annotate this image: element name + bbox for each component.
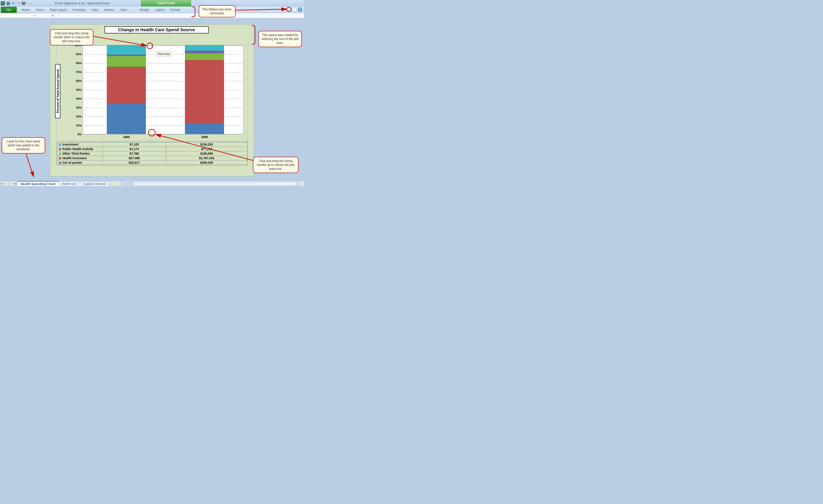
y-axis-tick: 60% [72, 79, 81, 82]
tab-design[interactable]: Design [137, 7, 152, 13]
bar-segment[interactable] [107, 104, 146, 134]
series-label: Health Insurance [62, 156, 87, 160]
bar-segment[interactable] [185, 50, 224, 53]
bar-segment[interactable] [185, 45, 224, 50]
redo-button[interactable]: ↷▾ [16, 1, 21, 6]
sheet-nav-first[interactable]: ▮◂ [0, 182, 4, 186]
table-cell: $1,174 [103, 147, 166, 151]
bar-segment[interactable] [185, 53, 224, 60]
svg-line-3 [25, 151, 34, 177]
save-icon [7, 2, 10, 5]
bar-column[interactable] [107, 45, 146, 134]
callout-top-handle: Click and drag this sizing handle down t… [50, 29, 93, 45]
resize-handle-s[interactable] [151, 140, 153, 142]
bar-segment[interactable] [107, 56, 146, 66]
y-axis-tick: 10% [72, 124, 81, 127]
y-axis-tick: 20% [72, 115, 81, 118]
sheet-tab-active[interactable]: Health Spending Chart [17, 181, 59, 186]
print-button[interactable]: ▾ [21, 1, 26, 6]
tab-view[interactable]: View [117, 7, 130, 13]
scroll-left-button[interactable]: ◂ [121, 182, 124, 186]
save-button[interactable] [6, 1, 11, 6]
y-axis-tick: 80% [72, 61, 81, 65]
bar-segment[interactable] [185, 123, 224, 134]
callout-ribbon-minimized: The Ribbon has been minimized. [199, 5, 235, 17]
table-row: Health Insurance$27,488$1,767,416 [57, 156, 248, 160]
chevron-down-icon: ▾ [25, 2, 26, 4]
callout-circle [286, 7, 292, 12]
brace-icon [191, 6, 195, 17]
plot-area[interactable]: Percent of Total Annual Spend 19692009 0… [57, 45, 248, 141]
legend-swatch [59, 148, 61, 150]
sheet-tab-bar: ▮◂ ◂ ▸ ▸▮ Health Spending Chart Health C… [0, 181, 304, 186]
tab-layout[interactable]: Layout [152, 7, 167, 13]
sheet-tab[interactable]: Supply & Demand [80, 182, 109, 186]
tab-data[interactable]: Data [89, 7, 101, 13]
chart-object[interactable]: Change in Health Care Spend Source Perce… [50, 24, 254, 176]
tab-page-layout[interactable]: Page Layout [47, 7, 70, 13]
excel-icon [1, 1, 5, 5]
plot-grid: 19692009 [83, 45, 243, 134]
y-axis-tick: 70% [72, 70, 81, 73]
resize-handle-ne[interactable] [247, 44, 249, 46]
help-button[interactable]: ? [298, 7, 302, 12]
table-cell: $156,230 [166, 142, 247, 147]
sheet-tab[interactable]: Health Care [58, 182, 80, 186]
bar-segment[interactable] [107, 45, 146, 54]
chevron-down-icon: ▾ [20, 2, 21, 4]
chart-title[interactable]: Change in Health Care Spend Source [105, 26, 209, 33]
chart-data-table: Investment$7,105$156,230Public Health Ac… [57, 142, 248, 165]
table-row: Public Health Activity$1,174$77,213 [57, 147, 248, 151]
formula-bar: ▼ fx [0, 13, 304, 18]
table-cell: $1,767,416 [166, 156, 247, 160]
new-sheet-button[interactable] [110, 182, 116, 186]
table-cell: $299,345 [166, 160, 247, 165]
y-axis-tick: 0% [72, 133, 81, 136]
sheet-nav-next[interactable]: ▸ [9, 182, 13, 186]
expand-ribbon-button[interactable]: ▿ [292, 8, 297, 11]
workspace: Change in Health Care Spend Source Perce… [0, 18, 304, 181]
file-tab[interactable]: File [1, 7, 17, 13]
chevron-down-icon: ▾ [15, 2, 15, 4]
resize-handle-e[interactable] [247, 92, 249, 94]
horizontal-scrollbar[interactable]: ◂ ▸ [121, 182, 300, 185]
y-axis-title[interactable]: Percent of Total Annual Spend [54, 58, 59, 123]
series-label: Other Third Parties [62, 152, 90, 155]
y-axis-tick: 50% [72, 88, 81, 92]
table-row: Investment$7,105$156,230 [57, 142, 248, 147]
name-box[interactable]: ▼ [2, 13, 36, 18]
y-axis-tick: 40% [72, 97, 81, 100]
redo-icon: ↷ [17, 2, 19, 5]
tab-insert[interactable]: Insert [33, 7, 47, 13]
bar-segment[interactable] [185, 60, 224, 123]
tab-review[interactable]: Review [101, 7, 117, 13]
bar-segment[interactable] [107, 54, 146, 56]
chevron-down-icon: ▼ [33, 15, 35, 17]
callout-bottom-handle: Click and drag this sizing handle up to … [253, 157, 299, 173]
ribbon-tabs: File Home Insert Page Layout Formulas Da… [0, 7, 304, 13]
gridline [83, 134, 243, 135]
x-axis-tick: 2009 [191, 135, 217, 139]
bar-column[interactable] [185, 45, 224, 134]
qat-customize-button[interactable]: ▾ [28, 1, 33, 6]
sheet-nav-last[interactable]: ▸▮ [13, 182, 17, 186]
separator [27, 1, 27, 5]
resize-handle-sw[interactable] [56, 140, 57, 142]
tab-home[interactable]: Home [19, 7, 33, 13]
undo-button[interactable]: ↶▾ [11, 1, 16, 6]
resize-cursor-icon: ↕ [151, 44, 153, 48]
sheet-nav-prev[interactable]: ◂ [5, 182, 8, 186]
tab-format[interactable]: Format [167, 7, 183, 13]
brace-icon [252, 25, 255, 45]
chevron-down-icon: ▾ [30, 2, 31, 4]
plot-area-tooltip: Plot Area [157, 52, 171, 56]
callout-sheet-label: Label for this chart sheet which was add… [2, 137, 45, 154]
series-label: Investment [62, 143, 78, 146]
scroll-right-button[interactable]: ▸ [296, 182, 299, 186]
scroll-thumb[interactable] [125, 182, 133, 185]
table-cell: $77,213 [166, 147, 247, 151]
resize-handle-se[interactable] [247, 140, 249, 142]
legend-swatch [59, 157, 61, 159]
bar-segment[interactable] [107, 67, 146, 104]
tab-formulas[interactable]: Formulas [70, 7, 89, 13]
